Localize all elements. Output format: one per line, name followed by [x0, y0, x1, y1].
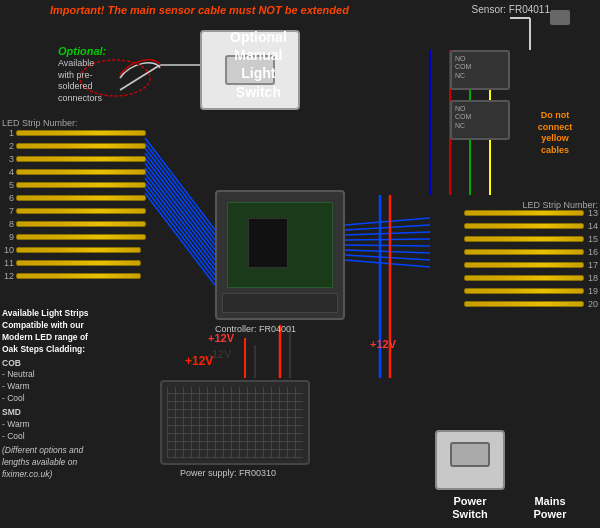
smd-label: SMD — [2, 407, 132, 419]
power-switch-toggle — [450, 442, 490, 467]
strip-num-16: 16 — [586, 247, 598, 257]
strip-num-17: 17 — [586, 260, 598, 270]
strip-num-15: 15 — [586, 234, 598, 244]
controller-chip — [248, 218, 288, 268]
relay-box-2-label: NOCOMNC — [452, 102, 508, 133]
cob-cool: - Cool — [2, 393, 132, 405]
strip-num-2: 2 — [2, 141, 14, 151]
strip-num-1: 1 — [2, 128, 14, 138]
strip-bar-3 — [16, 156, 146, 162]
strip-bar-15 — [464, 236, 584, 242]
strip-num-8: 8 — [2, 219, 14, 229]
power-switch-label: Power Switch — [435, 495, 505, 521]
strip-bar-6 — [16, 195, 146, 201]
strip-num-19: 19 — [586, 286, 598, 296]
strip-bar-16 — [464, 249, 584, 255]
plus12v-label-left: +12V — [185, 354, 213, 368]
controller-pcb — [227, 202, 333, 288]
strip-row-1: 1 — [2, 128, 146, 138]
info-footer: (Different options andlengths available … — [2, 445, 132, 481]
relay-box-1-label: NOCOMNC — [452, 52, 508, 83]
strip-row-3: 3 — [2, 154, 146, 164]
optional-label: Optional: — [58, 45, 106, 57]
switch-title: Optional Manual Light Switch — [230, 28, 287, 101]
controller-terminals — [222, 293, 338, 313]
relay-box-2: NOCOMNC — [450, 100, 510, 140]
strip-num-18: 18 — [586, 273, 598, 283]
strip-row-2: 2 — [2, 141, 146, 151]
led-strips-right: 13 14 15 16 17 18 19 20 — [464, 208, 598, 312]
strip-num-9: 9 — [2, 232, 14, 242]
strip-num-13: 13 — [586, 208, 598, 218]
smd-warm: - Warm — [2, 419, 132, 431]
cob-warm: - Warm — [2, 381, 132, 393]
optional-subtext: Available with pre- soldered connectors — [58, 58, 102, 105]
strip-num-5: 5 — [2, 180, 14, 190]
info-block: Available Light StripsCompatible with ou… — [2, 308, 132, 480]
strip-row-13: 13 — [464, 208, 598, 218]
strip-row-5: 5 — [2, 180, 146, 190]
strip-num-7: 7 — [2, 206, 14, 216]
strip-bar-7 — [16, 208, 146, 214]
power-switch-box — [435, 430, 505, 490]
donot-connect-label: Do not connect yellow cables — [515, 110, 595, 157]
strip-bar-4 — [16, 169, 146, 175]
power-supply-box — [160, 380, 310, 465]
strip-bar-14 — [464, 223, 584, 229]
strip-num-14: 14 — [586, 221, 598, 231]
strip-row-8: 8 — [2, 219, 146, 229]
strip-bar-10 — [16, 247, 141, 253]
strip-row-7: 7 — [2, 206, 146, 216]
controller-box — [215, 190, 345, 320]
strip-row-19: 19 — [464, 286, 598, 296]
strip-bar-1 — [16, 130, 146, 136]
strip-row-4: 4 — [2, 167, 146, 177]
led-strips-left: 1 2 3 4 5 6 7 8 — [2, 128, 146, 284]
strip-row-15: 15 — [464, 234, 598, 244]
strip-num-6: 6 — [2, 193, 14, 203]
strip-num-4: 4 — [2, 167, 14, 177]
strip-bar-17 — [464, 262, 584, 268]
relay-box-1: NOCOMNC — [450, 50, 510, 90]
strip-num-10: 10 — [2, 245, 14, 255]
sensor-connector — [550, 10, 570, 25]
strip-bar-18 — [464, 275, 584, 281]
strip-num-20: 20 — [586, 299, 598, 309]
strip-bar-11 — [16, 260, 141, 266]
ps-grid — [167, 387, 303, 458]
strip-row-20: 20 — [464, 299, 598, 309]
strip-bar-13 — [464, 210, 584, 216]
strip-row-10: 10 — [2, 245, 146, 255]
voltage-plus12v-2: +12V — [370, 338, 396, 350]
sensor-label: Sensor: FR04011 — [472, 4, 550, 15]
power-supply-label: Power supply: FR00310 — [180, 468, 276, 478]
strip-bar-19 — [464, 288, 584, 294]
strip-bar-20 — [464, 301, 584, 307]
smd-cool: - Cool — [2, 431, 132, 443]
led-strip-header-left: LED Strip Number: — [2, 118, 78, 128]
strip-row-12: 12 — [2, 271, 146, 281]
strip-num-12: 12 — [2, 271, 14, 281]
strip-num-3: 3 — [2, 154, 14, 164]
strip-row-11: 11 — [2, 258, 146, 268]
strip-row-18: 18 — [464, 273, 598, 283]
cob-neutral: - Neutral — [2, 369, 132, 381]
info-title: Available Light StripsCompatible with ou… — [2, 308, 132, 356]
strip-row-9: 9 — [2, 232, 146, 242]
strip-row-6: 6 — [2, 193, 146, 203]
strip-bar-8 — [16, 221, 146, 227]
main-diagram: Important! The main sensor cable must NO… — [0, 0, 600, 528]
strip-row-17: 17 — [464, 260, 598, 270]
strip-num-11: 11 — [2, 258, 14, 268]
warning-text: Important! The main sensor cable must NO… — [50, 4, 349, 16]
voltage-plus12v-1: +12V — [208, 332, 234, 344]
cob-label: COB — [2, 358, 132, 370]
strip-bar-5 — [16, 182, 146, 188]
strip-bar-12 — [16, 273, 141, 279]
strip-bar-2 — [16, 143, 146, 149]
strip-row-14: 14 — [464, 221, 598, 231]
mains-power-label: Mains Power — [510, 495, 590, 521]
strip-bar-9 — [16, 234, 146, 240]
strip-row-16: 16 — [464, 247, 598, 257]
